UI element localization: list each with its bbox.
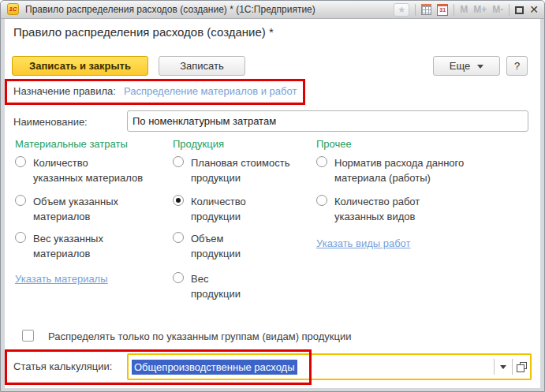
purpose-link[interactable]: Распределение материалов и работ	[124, 85, 297, 97]
name-input[interactable]	[127, 110, 528, 132]
memory-button[interactable]: M	[460, 1, 468, 18]
close-button[interactable]: ✕	[529, 2, 539, 17]
column-header: Прочее	[316, 138, 352, 150]
calculation-item-combo[interactable]: Общепроизводственные расходы	[127, 353, 532, 380]
combo-open-button[interactable]	[513, 355, 530, 379]
radio-label: Количество указанных материалов	[33, 155, 143, 185]
radio-label: Вес продукции	[191, 271, 241, 301]
column-production: Продукция Плановая стоимость продукции К…	[173, 136, 311, 318]
app-window: 1С Правило распределения расходов (созда…	[0, 0, 545, 392]
radio-icon[interactable]	[316, 156, 327, 167]
column-other: Прочее Норматив расхода данного материал…	[316, 136, 525, 263]
titlebar-separator	[509, 4, 510, 16]
calculation-item-value[interactable]: Общепроизводственные расходы	[132, 360, 297, 375]
radio-label: Количество продукции	[191, 194, 246, 224]
titlebar-separator	[415, 4, 416, 16]
calculation-item-label: Статья калькуляции:	[13, 360, 112, 372]
maximize-button[interactable]	[515, 6, 524, 14]
specify-work-types-link[interactable]: Указать виды работ	[316, 237, 411, 249]
save-button[interactable]: Записать	[159, 56, 245, 76]
column-header: Материальные затраты	[15, 138, 128, 150]
radio-label: Вес указанных материалов	[33, 231, 103, 261]
radio-label: Объем указанных материалов	[33, 194, 118, 224]
radio-label: Плановая стоимость продукции	[191, 155, 289, 185]
purpose-label: Назначение правила:	[13, 85, 116, 97]
radio-icon[interactable]	[173, 195, 184, 206]
radio-label: Норматив расхода данного материала (рабо…	[334, 155, 464, 185]
radio-option[interactable]: Количество указанных материалов	[15, 155, 143, 185]
favorites-star-icon[interactable]: ★	[394, 3, 409, 17]
chevron-down-icon	[477, 65, 483, 72]
more-button-label: Еще	[450, 60, 470, 72]
save-and-close-button[interactable]: Записать и закрыть	[12, 56, 148, 76]
calendar-icon[interactable]: 31	[437, 4, 448, 16]
radio-option[interactable]: Плановая стоимость продукции	[173, 155, 289, 185]
help-button[interactable]: ?	[506, 56, 528, 76]
radio-option[interactable]: Объем продукции	[173, 231, 241, 261]
title-bar: 1С Правило распределения расходов (созда…	[1, 1, 544, 19]
1c-logo-icon: 1С	[7, 3, 19, 15]
titlebar-separator	[454, 4, 454, 16]
radio-icon[interactable]	[15, 156, 26, 167]
radio-option[interactable]: Вес продукции	[173, 271, 241, 301]
memory-plus-button[interactable]: M+	[473, 1, 487, 18]
radio-icon[interactable]	[173, 272, 184, 283]
radio-option[interactable]: Объем указанных материалов	[15, 194, 118, 224]
name-label: Наименование:	[13, 116, 88, 128]
window-title: Правило распределения расходов (создание…	[25, 4, 315, 15]
radio-option[interactable]: Количество работ указанных видов	[316, 194, 420, 224]
open-form-icon	[517, 362, 527, 372]
specify-materials-link[interactable]: Указать материалы	[15, 273, 108, 285]
page-title: Правило распределения расходов (создание…	[13, 25, 274, 39]
column-material-costs: Материальные затраты Количество указанны…	[15, 136, 165, 318]
distribute-groups-checkbox[interactable]	[22, 330, 34, 342]
titlebar-controls: ★ 31 M M+ M- ✕	[394, 1, 539, 18]
radio-option[interactable]: Количество продукции	[173, 194, 246, 224]
radio-label: Количество работ указанных видов	[334, 194, 420, 224]
calculator-icon[interactable]	[421, 4, 431, 15]
radio-icon[interactable]	[15, 195, 26, 206]
radio-label: Объем продукции	[191, 231, 241, 261]
more-button[interactable]: Еще	[433, 56, 500, 76]
radio-icon[interactable]	[316, 195, 327, 206]
radio-icon[interactable]	[15, 232, 26, 243]
dropdown-arrow-icon	[500, 365, 506, 372]
radio-option[interactable]: Норматив расхода данного материала (рабо…	[316, 155, 464, 185]
column-header: Продукция	[173, 138, 224, 150]
combo-dropdown-button[interactable]	[495, 355, 512, 379]
memory-minus-button[interactable]: M-	[492, 1, 503, 18]
radio-option[interactable]: Вес указанных материалов	[15, 231, 103, 261]
radio-icon[interactable]	[173, 156, 184, 167]
radio-icon[interactable]	[173, 232, 184, 243]
distribute-groups-label: Распределять только по указанным группам…	[48, 330, 352, 342]
purpose-row: Назначение правила: Распределение матери…	[13, 85, 297, 97]
